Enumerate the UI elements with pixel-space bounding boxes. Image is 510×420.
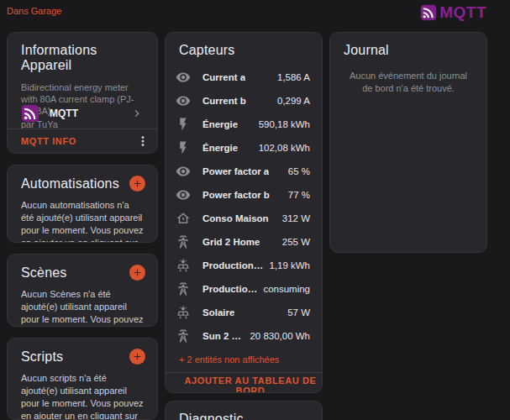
sensor-name: Current a (202, 72, 245, 82)
add-script-button[interactable] (129, 349, 145, 365)
sensors-card: Capteurs Current a 1,586 A Current b 0,2… (165, 32, 323, 393)
automations-empty-text: Aucun automatisations n'a été ajouté(e) … (21, 199, 144, 243)
plus-icon (132, 178, 143, 189)
add-automation-button[interactable] (129, 176, 145, 192)
integration-name: MQTT (50, 108, 78, 119)
scripts-title: Scripts (21, 349, 63, 365)
mqtt-signal-icon (21, 104, 39, 123)
sensor-row-production-solaire[interactable]: Production solaire 1,19 kWh (166, 254, 322, 277)
integration-link-mqtt[interactable]: MQTT (13, 100, 152, 127)
eye-icon (176, 70, 191, 85)
breadcrumb[interactable]: Dans Garage (7, 6, 61, 16)
sensor-name: Énergie (202, 119, 238, 129)
scenes-empty-text: Aucun Scènes n'a été ajouté(e) utilisant… (21, 288, 144, 327)
journal-card: Journal Aucun événement du journal de bo… (329, 32, 487, 253)
add-to-dashboard-button[interactable]: AJOUTER AU TABLEAU DE BORD (179, 375, 322, 393)
solar-power-icon (176, 258, 191, 273)
plus-icon (132, 351, 143, 362)
transmission-tower-icon (176, 328, 191, 344)
sensor-value: 65 % (283, 166, 310, 176)
scenes-card: Scènes Aucun Scènes n'a été ajouté(e) ut… (7, 254, 158, 327)
sensor-value: 590,18 kWh (254, 119, 310, 129)
sensor-name: Power factor a (202, 166, 269, 176)
sensor-value: 1,19 kWh (264, 260, 310, 270)
sensor-value: 0,299 A (272, 96, 310, 106)
sensor-value: 20 830,00 Wh (244, 331, 310, 341)
add-scene-button[interactable] (129, 265, 145, 281)
sensor-name: Conso Maison (202, 213, 269, 223)
chevron-right-icon (130, 107, 144, 120)
sensor-row-current-a[interactable]: Current a 1,586 A (166, 66, 322, 89)
sensor-rows: Current a 1,586 A Current b 0,299 A Éner… (166, 66, 322, 348)
lightning-bolt-icon (176, 140, 191, 155)
solar-power-icon (176, 305, 191, 320)
transmission-tower-icon (176, 281, 191, 297)
device-info-card: Informations Appareil Bidirectional ener… (7, 32, 158, 154)
sensor-value: 255 W (277, 237, 310, 247)
mqtt-logo-text: MQTT (439, 3, 486, 22)
eye-icon (176, 164, 191, 179)
journal-empty-text: Aucun événement du journal de bord n'a é… (347, 70, 470, 95)
sensor-value: 77 % (283, 190, 310, 200)
sensor-name: Production/Consomma… (202, 284, 258, 294)
sensor-name: Solaire (202, 307, 234, 318)
sensor-value: 102,08 kWh (254, 143, 310, 153)
scripts-empty-text: Aucun scripts n'a été ajouté(e) utilisan… (21, 372, 144, 420)
sensor-value: 57 W (282, 307, 310, 318)
lightning-bolt-icon (176, 117, 191, 132)
automations-title: Automatisations (21, 176, 119, 192)
device-info-actions: MQTT INFO (21, 129, 150, 153)
mqtt-signal-icon (420, 4, 437, 21)
automations-card: Automatisations Aucun automatisations n'… (7, 165, 158, 243)
transmission-tower-icon (176, 234, 191, 249)
sensor-row-energie-2[interactable]: Énergie 102,08 kWh (166, 136, 322, 160)
automations-header: Automatisations (8, 165, 157, 192)
eye-icon (176, 187, 191, 202)
sensor-row-solaire[interactable]: Solaire 57 W (166, 301, 322, 324)
device-info-title: Informations Appareil (21, 43, 144, 73)
sensor-name: Grid 2 Home (202, 237, 260, 247)
sensor-row-sun-2-grid[interactable]: Sun 2 Grid 20 830,00 Wh (166, 324, 322, 348)
journal-title: Journal (344, 43, 473, 58)
home-lightning-icon (176, 211, 191, 226)
sensor-row-production-consommation[interactable]: Production/Consomma… consuming (166, 277, 322, 301)
sensor-row-power-factor-a[interactable]: Power factor a 65 % (166, 160, 322, 183)
sensor-row-power-factor-b[interactable]: Power factor b 77 % (166, 183, 322, 207)
sensor-row-conso-maison[interactable]: Conso Maison 312 W (166, 207, 322, 230)
sensor-row-energie-1[interactable]: Énergie 590,18 kWh (166, 113, 322, 136)
scripts-header: Scripts (8, 339, 157, 365)
sensors-title: Capteurs (179, 43, 308, 58)
sensor-name: Énergie (202, 143, 238, 153)
hidden-entities-link[interactable]: + 2 entités non affichées (179, 354, 308, 365)
scenes-title: Scènes (21, 265, 67, 281)
overflow-menu-icon[interactable] (135, 134, 150, 149)
topbar: Dans Garage MQTT (0, 0, 510, 25)
sensor-name: Sun 2 Grid (202, 331, 244, 341)
scripts-card: Scripts Aucun scripts n'a été ajouté(e) … (7, 338, 158, 420)
sensors-actions: AJOUTER AU TABLEAU DE BORD (166, 372, 322, 393)
diagnostic-title: Diagnostic (179, 412, 308, 420)
mqtt-info-button[interactable]: MQTT INFO (21, 136, 76, 146)
scenes-header: Scènes (8, 255, 157, 281)
sensor-value: 312 W (277, 213, 310, 223)
plus-icon (132, 267, 143, 278)
sensor-row-grid-2-home[interactable]: Grid 2 Home 255 W (166, 230, 322, 254)
device-page: Dans Garage MQTT Informations Appareil B… (0, 0, 510, 420)
sensor-row-current-b[interactable]: Current b 0,299 A (166, 89, 322, 113)
diagnostic-card: Diagnostic (165, 401, 323, 420)
sensor-name: Current b (202, 96, 246, 106)
mqtt-logo: MQTT (420, 3, 486, 22)
sensor-value: consuming (258, 284, 310, 294)
sensor-name: Power factor b (202, 190, 270, 200)
sensor-value: 1,586 A (272, 72, 310, 82)
eye-icon (176, 93, 191, 108)
sensor-name: Production solaire (202, 260, 264, 270)
